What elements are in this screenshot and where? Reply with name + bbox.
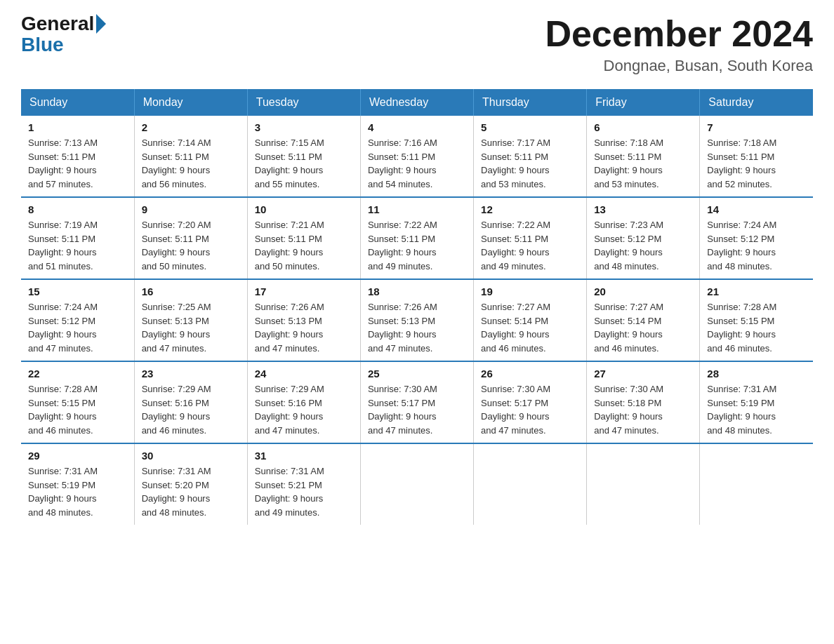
day-info: Sunrise: 7:30 AMSunset: 5:17 PMDaylight:… <box>368 382 466 437</box>
calendar-cell: 3 Sunrise: 7:15 AMSunset: 5:11 PMDayligh… <box>247 116 360 197</box>
column-header-sunday: Sunday <box>21 89 134 116</box>
day-info: Sunrise: 7:24 AMSunset: 5:12 PMDaylight:… <box>707 218 806 273</box>
calendar-cell: 30 Sunrise: 7:31 AMSunset: 5:20 PMDaylig… <box>134 443 247 525</box>
column-header-wednesday: Wednesday <box>360 89 473 116</box>
day-number: 9 <box>142 203 240 215</box>
day-info: Sunrise: 7:22 AMSunset: 5:11 PMDaylight:… <box>368 218 466 273</box>
calendar-week-row: 1 Sunrise: 7:13 AMSunset: 5:11 PMDayligh… <box>21 116 813 197</box>
day-info: Sunrise: 7:26 AMSunset: 5:13 PMDaylight:… <box>368 300 466 355</box>
day-number: 19 <box>481 286 579 297</box>
calendar-cell: 10 Sunrise: 7:21 AMSunset: 5:11 PMDaylig… <box>247 197 360 279</box>
calendar-cell: 21 Sunrise: 7:28 AMSunset: 5:15 PMDaylig… <box>700 279 813 361</box>
calendar-cell: 18 Sunrise: 7:26 AMSunset: 5:13 PMDaylig… <box>360 279 473 361</box>
page-header: General Blue December 2024 Dongnae, Busa… <box>21 14 813 75</box>
calendar-cell <box>587 443 700 525</box>
day-info: Sunrise: 7:23 AMSunset: 5:12 PMDaylight:… <box>594 218 692 273</box>
calendar-cell: 27 Sunrise: 7:30 AMSunset: 5:18 PMDaylig… <box>587 361 700 443</box>
day-number: 13 <box>594 203 692 215</box>
day-info: Sunrise: 7:19 AMSunset: 5:11 PMDaylight:… <box>28 218 127 273</box>
day-number: 8 <box>28 203 127 215</box>
calendar-cell: 9 Sunrise: 7:20 AMSunset: 5:11 PMDayligh… <box>134 197 247 279</box>
calendar-cell: 2 Sunrise: 7:14 AMSunset: 5:11 PMDayligh… <box>134 116 247 197</box>
calendar-cell: 19 Sunrise: 7:27 AMSunset: 5:14 PMDaylig… <box>474 279 587 361</box>
calendar-cell: 4 Sunrise: 7:16 AMSunset: 5:11 PMDayligh… <box>360 116 473 197</box>
calendar-cell: 13 Sunrise: 7:23 AMSunset: 5:12 PMDaylig… <box>587 197 700 279</box>
calendar-header-row: SundayMondayTuesdayWednesdayThursdayFrid… <box>21 89 813 116</box>
day-number: 2 <box>142 121 240 133</box>
day-number: 4 <box>368 121 466 133</box>
day-info: Sunrise: 7:21 AMSunset: 5:11 PMDaylight:… <box>255 218 353 273</box>
day-info: Sunrise: 7:28 AMSunset: 5:15 PMDaylight:… <box>28 382 127 437</box>
day-number: 30 <box>142 450 240 462</box>
day-info: Sunrise: 7:15 AMSunset: 5:11 PMDaylight:… <box>255 136 353 191</box>
day-number: 29 <box>28 450 127 462</box>
calendar-cell: 28 Sunrise: 7:31 AMSunset: 5:19 PMDaylig… <box>700 361 813 443</box>
day-info: Sunrise: 7:16 AMSunset: 5:11 PMDaylight:… <box>368 136 466 191</box>
day-info: Sunrise: 7:25 AMSunset: 5:13 PMDaylight:… <box>142 300 240 355</box>
day-number: 10 <box>255 203 353 215</box>
day-info: Sunrise: 7:18 AMSunset: 5:11 PMDaylight:… <box>594 136 692 191</box>
day-info: Sunrise: 7:30 AMSunset: 5:17 PMDaylight:… <box>481 382 579 437</box>
day-info: Sunrise: 7:31 AMSunset: 5:20 PMDaylight:… <box>142 464 240 519</box>
logo-blue-text: Blue <box>21 34 64 56</box>
calendar-cell: 16 Sunrise: 7:25 AMSunset: 5:13 PMDaylig… <box>134 279 247 361</box>
day-number: 12 <box>481 203 579 215</box>
location-subtitle: Dongnae, Busan, South Korea <box>545 57 813 75</box>
calendar-cell: 6 Sunrise: 7:18 AMSunset: 5:11 PMDayligh… <box>587 116 700 197</box>
day-number: 1 <box>28 121 127 133</box>
day-info: Sunrise: 7:31 AMSunset: 5:21 PMDaylight:… <box>255 464 353 519</box>
calendar-table: SundayMondayTuesdayWednesdayThursdayFrid… <box>21 89 813 525</box>
day-number: 21 <box>707 286 806 297</box>
day-number: 16 <box>142 286 240 297</box>
day-info: Sunrise: 7:20 AMSunset: 5:11 PMDaylight:… <box>142 218 240 273</box>
calendar-cell: 14 Sunrise: 7:24 AMSunset: 5:12 PMDaylig… <box>700 197 813 279</box>
calendar-cell: 25 Sunrise: 7:30 AMSunset: 5:17 PMDaylig… <box>360 361 473 443</box>
day-number: 17 <box>255 286 353 297</box>
day-number: 26 <box>481 368 579 380</box>
day-info: Sunrise: 7:31 AMSunset: 5:19 PMDaylight:… <box>707 382 806 437</box>
column-header-thursday: Thursday <box>474 89 587 116</box>
month-title: December 2024 <box>545 14 813 54</box>
day-number: 24 <box>255 368 353 380</box>
title-section: December 2024 Dongnae, Busan, South Kore… <box>545 14 813 75</box>
calendar-cell: 23 Sunrise: 7:29 AMSunset: 5:16 PMDaylig… <box>134 361 247 443</box>
calendar-cell: 11 Sunrise: 7:22 AMSunset: 5:11 PMDaylig… <box>360 197 473 279</box>
logo-triangle-icon <box>96 14 106 34</box>
day-info: Sunrise: 7:13 AMSunset: 5:11 PMDaylight:… <box>28 136 127 191</box>
calendar-cell: 24 Sunrise: 7:29 AMSunset: 5:16 PMDaylig… <box>247 361 360 443</box>
day-info: Sunrise: 7:31 AMSunset: 5:19 PMDaylight:… <box>28 464 127 519</box>
column-header-friday: Friday <box>587 89 700 116</box>
column-header-tuesday: Tuesday <box>247 89 360 116</box>
day-info: Sunrise: 7:22 AMSunset: 5:11 PMDaylight:… <box>481 218 579 273</box>
calendar-cell: 31 Sunrise: 7:31 AMSunset: 5:21 PMDaylig… <box>247 443 360 525</box>
logo: General Blue <box>21 14 106 56</box>
day-info: Sunrise: 7:26 AMSunset: 5:13 PMDaylight:… <box>255 300 353 355</box>
day-number: 7 <box>707 121 806 133</box>
day-number: 27 <box>594 368 692 380</box>
day-info: Sunrise: 7:29 AMSunset: 5:16 PMDaylight:… <box>255 382 353 437</box>
day-info: Sunrise: 7:27 AMSunset: 5:14 PMDaylight:… <box>594 300 692 355</box>
calendar-cell: 1 Sunrise: 7:13 AMSunset: 5:11 PMDayligh… <box>21 116 134 197</box>
calendar-cell: 8 Sunrise: 7:19 AMSunset: 5:11 PMDayligh… <box>21 197 134 279</box>
calendar-cell: 5 Sunrise: 7:17 AMSunset: 5:11 PMDayligh… <box>474 116 587 197</box>
column-header-monday: Monday <box>134 89 247 116</box>
calendar-week-row: 15 Sunrise: 7:24 AMSunset: 5:12 PMDaylig… <box>21 279 813 361</box>
calendar-cell <box>474 443 587 525</box>
calendar-week-row: 22 Sunrise: 7:28 AMSunset: 5:15 PMDaylig… <box>21 361 813 443</box>
day-info: Sunrise: 7:28 AMSunset: 5:15 PMDaylight:… <box>707 300 806 355</box>
calendar-cell: 26 Sunrise: 7:30 AMSunset: 5:17 PMDaylig… <box>474 361 587 443</box>
calendar-cell: 20 Sunrise: 7:27 AMSunset: 5:14 PMDaylig… <box>587 279 700 361</box>
calendar-cell: 7 Sunrise: 7:18 AMSunset: 5:11 PMDayligh… <box>700 116 813 197</box>
day-number: 23 <box>142 368 240 380</box>
day-number: 20 <box>594 286 692 297</box>
calendar-cell: 29 Sunrise: 7:31 AMSunset: 5:19 PMDaylig… <box>21 443 134 525</box>
day-number: 28 <box>707 368 806 380</box>
day-number: 18 <box>368 286 466 297</box>
calendar-cell: 12 Sunrise: 7:22 AMSunset: 5:11 PMDaylig… <box>474 197 587 279</box>
day-info: Sunrise: 7:27 AMSunset: 5:14 PMDaylight:… <box>481 300 579 355</box>
day-number: 14 <box>707 203 806 215</box>
calendar-week-row: 29 Sunrise: 7:31 AMSunset: 5:19 PMDaylig… <box>21 443 813 525</box>
day-number: 5 <box>481 121 579 133</box>
day-info: Sunrise: 7:29 AMSunset: 5:16 PMDaylight:… <box>142 382 240 437</box>
calendar-week-row: 8 Sunrise: 7:19 AMSunset: 5:11 PMDayligh… <box>21 197 813 279</box>
